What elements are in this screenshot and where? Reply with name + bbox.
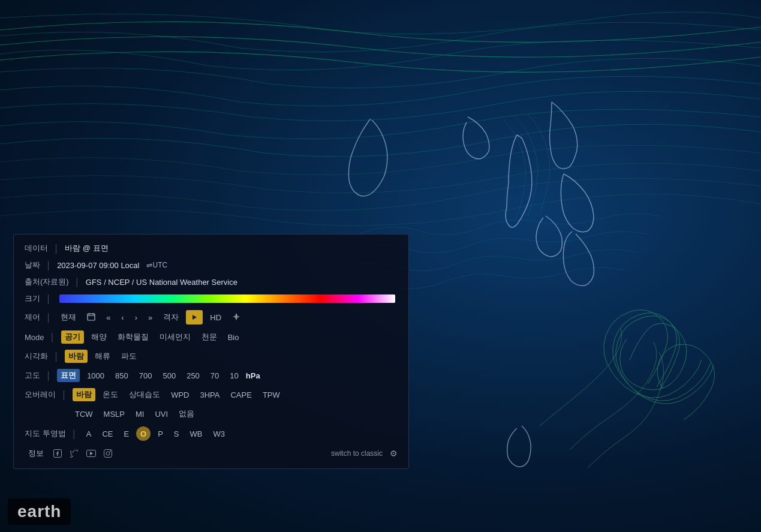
source-label: 출처(자료원) [25,276,69,287]
projection-label: 지도 투영법 [25,428,66,439]
separator-5: │ [46,313,51,322]
altitude-label: 고도 [25,370,40,381]
color-scale-bar [59,294,395,303]
calendar-icon [87,312,95,321]
forward-fast-button[interactable]: » [145,312,156,323]
rewind-button[interactable]: ‹ [118,312,127,323]
altitude-row: 고도 │ 표면 1000 850 700 500 250 70 10 hPa [25,369,398,382]
date-value: 2023-09-07 09:00 Local [57,261,139,270]
separator-6: │ [50,333,55,342]
overlay-none-button[interactable]: 없음 [175,407,198,420]
facebook-icon[interactable] [51,447,64,460]
proj-w3-button[interactable]: W3 [209,428,228,440]
overlay-mi-button[interactable]: MI [132,408,148,420]
data-value: 바람 @ 표면 [65,243,108,254]
mode-row: Mode │ 공기 해양 화학물질 미세먼지 천문 Bio [25,330,398,344]
play-icon [191,314,197,320]
overlay-wpd-button[interactable]: WPD [167,389,192,401]
svg-point-12 [110,450,111,452]
separator-7: │ [54,352,59,361]
viz-row: 시각화 │ 바람 해류 파도 [25,350,398,363]
overlay-3hpa-button[interactable]: 3HPA [196,389,223,401]
svg-rect-0 [88,314,95,320]
forward-button[interactable]: › [131,312,141,323]
svg-marker-9 [90,452,93,455]
viz-label: 시각화 [25,351,48,362]
separator-2: │ [46,261,51,270]
alt-700-button[interactable]: 700 [136,370,156,381]
overlay-uvi-button[interactable]: UVI [151,408,172,420]
overlay-wind-button[interactable]: 바람 [73,388,95,401]
overlay-temp-button[interactable]: 온도 [99,388,122,401]
proj-wb-button[interactable]: WB [187,428,206,440]
overlay-cape-button[interactable]: CAPE [227,389,255,401]
svg-point-11 [106,452,110,455]
overlay-tpw-button[interactable]: TPW [259,389,284,401]
utc-toggle-button[interactable]: ⇌UTC [143,260,171,270]
proj-o-button[interactable]: O [136,426,151,441]
source-row: 출처(자료원) │ GFS / NCEP / US National Weath… [25,276,398,287]
compass-button[interactable] [228,311,244,324]
data-row: 데이터 │ 바람 @ 표면 [25,243,398,254]
mode-astro-button[interactable]: 천문 [198,330,221,344]
separator-4: │ [46,294,51,303]
overlay-mslp-button[interactable]: MSLP [100,408,128,420]
data-label: 데이터 [25,243,48,254]
twitter-icon[interactable] [68,447,81,460]
alt-10-button[interactable]: 10 [226,370,242,381]
overlay-row2: TCW MSLP MI UVI 없음 [25,407,398,420]
projection-row: 지도 투영법 │ A CE E O P S WB W3 [25,426,398,441]
controls-row: 제어 │ 현재 « ‹ › » 격자 HD [25,310,398,324]
date-row: 날짜 │ 2023-09-07 09:00 Local ⇌UTC [25,260,398,270]
youtube-icon[interactable] [85,447,98,460]
mode-dust-button[interactable]: 미세먼지 [156,330,194,344]
hd-button[interactable]: HD [206,312,225,323]
alt-surface-button[interactable]: 표면 [57,369,80,382]
proj-s-button[interactable]: S [170,428,183,440]
switch-classic-button[interactable]: switch to classic [327,448,386,459]
overlay-humidity-button[interactable]: 상대습도 [125,388,164,401]
current-button[interactable]: 현재 [57,311,80,324]
alt-250-button[interactable]: 250 [183,370,203,381]
alt-500-button[interactable]: 500 [159,370,179,381]
alt-70-button[interactable]: 70 [207,370,222,381]
proj-p-button[interactable]: P [154,428,167,440]
proj-a-button[interactable]: A [83,428,95,440]
source-value: GFS / NCEP / US National Weather Service [86,278,237,287]
svg-marker-6 [233,315,240,318]
separator-1: │ [54,244,59,253]
mode-air-button[interactable]: 공기 [61,330,84,344]
separator-8: │ [46,371,51,380]
proj-e-button[interactable]: E [120,428,133,440]
mode-bio-button[interactable]: Bio [224,332,243,343]
scale-label: 크기 [25,293,40,304]
overlay-tcw-button[interactable]: TCW [71,408,97,420]
overlay-row1: 오버레이 │ 바람 온도 상대습도 WPD 3HPA CAPE TPW [25,388,398,401]
earth-label[interactable]: earth [8,498,71,525]
date-label: 날짜 [25,260,40,270]
mode-label: Mode [25,333,44,342]
alt-1000-button[interactable]: 1000 [83,370,108,381]
rewind-fast-button[interactable]: « [103,312,114,323]
mode-chemical-button[interactable]: 화학물질 [114,330,152,344]
alt-850-button[interactable]: 850 [112,370,132,381]
play-button[interactable] [186,310,203,324]
viz-wind-button[interactable]: 바람 [65,350,88,363]
footer-row: 정보 [25,447,398,460]
mode-ocean-button[interactable]: 해양 [88,330,110,344]
viz-current-button[interactable]: 해류 [91,350,114,363]
compass-icon [232,312,240,321]
info-button[interactable]: 정보 [25,447,47,460]
overlay-label: 오버레이 [25,389,56,400]
hpa-unit: hPa [246,371,260,380]
separator-3: │ [75,278,80,287]
proj-ce-button[interactable]: CE [98,428,116,440]
instagram-icon[interactable] [101,447,115,460]
settings-icon[interactable]: ⚙ [390,449,398,458]
separator-10: │ [72,429,77,438]
svg-marker-4 [192,315,197,320]
viz-wave-button[interactable]: 파도 [118,350,140,363]
grid-button[interactable]: 격자 [160,311,182,324]
scale-row: 크기 │ [25,293,398,304]
calendar-button[interactable] [83,311,99,324]
